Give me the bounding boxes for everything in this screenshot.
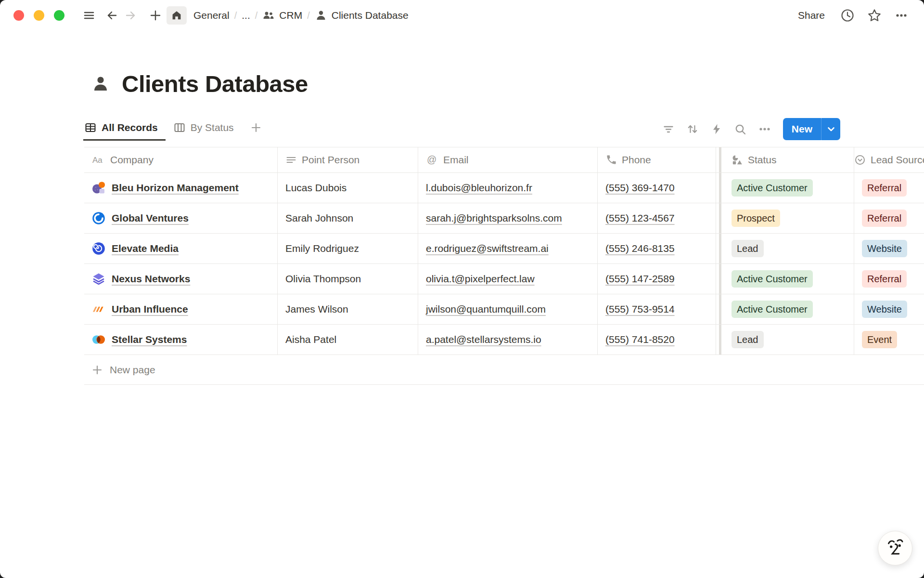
status-cell[interactable]: Active Customer <box>724 173 854 203</box>
lead-source-cell[interactable]: Referral <box>854 203 924 233</box>
more-options-icon[interactable] <box>891 6 911 25</box>
page-title[interactable]: Clients Database <box>122 70 308 97</box>
active-customer-badge[interactable]: Active Customer <box>732 301 813 318</box>
point-person-cell[interactable]: Lucas Dubois <box>278 173 418 203</box>
email-link[interactable]: jwilson@quantumquill.com <box>426 303 546 315</box>
back-icon[interactable] <box>103 6 121 25</box>
lead-badge[interactable]: Lead <box>732 240 764 257</box>
email-cell[interactable]: l.dubois@bleuhorizon.fr <box>418 173 598 203</box>
company-name-link[interactable]: Global Ventures <box>112 212 189 224</box>
email-link[interactable]: l.dubois@bleuhorizon.fr <box>426 182 532 194</box>
filter-icon[interactable] <box>659 119 678 139</box>
point-person-cell[interactable]: Olivia Thompson <box>278 264 418 294</box>
page-person-icon[interactable] <box>91 74 110 93</box>
company-name-link[interactable]: Nexus Networks <box>112 273 190 285</box>
phone-cell[interactable]: (555) 369-1470 <box>598 173 716 203</box>
breadcrumb-item[interactable]: Clients Database <box>312 8 411 23</box>
company-name-link[interactable]: Urban Influence <box>112 303 188 315</box>
sidebar-toggle-icon[interactable] <box>80 6 98 25</box>
email-cell[interactable]: olivia.t@pixelperfect.law <box>418 264 598 294</box>
phone-cell[interactable]: (555) 753-9514 <box>598 294 716 324</box>
lead-source-cell[interactable]: Website <box>854 294 924 324</box>
company-cell[interactable]: Elevate Media <box>84 234 278 263</box>
email-cell[interactable]: sarah.j@brightsparksolns.com <box>418 203 598 233</box>
status-cell[interactable]: Active Customer <box>724 294 854 324</box>
view-more-icon[interactable] <box>755 119 774 139</box>
phone-link[interactable]: (555) 753-9514 <box>605 303 675 315</box>
website-badge[interactable]: Website <box>862 240 907 257</box>
column-header-lead-source[interactable]: Lead Source <box>854 147 924 172</box>
company-cell[interactable]: Nexus Networks <box>84 264 278 294</box>
lead-source-cell[interactable]: Referral <box>854 264 924 294</box>
phone-link[interactable]: (555) 147-2589 <box>605 273 675 285</box>
point-person-cell[interactable]: James Wilson <box>278 294 418 324</box>
breadcrumb-item[interactable]: ... <box>239 9 253 22</box>
column-header-point-person[interactable]: Point Person <box>278 147 418 172</box>
lead-source-cell[interactable]: Website <box>854 234 924 263</box>
home-icon[interactable] <box>167 6 187 25</box>
phone-link[interactable]: (555) 741-8520 <box>605 334 675 345</box>
email-link[interactable]: sarah.j@brightsparksolns.com <box>426 212 562 224</box>
status-cell[interactable]: Prospect <box>724 203 854 233</box>
prospect-badge[interactable]: Prospect <box>732 210 780 227</box>
phone-link[interactable]: (555) 123-4567 <box>605 212 675 224</box>
lead-source-cell[interactable]: Referral <box>854 173 924 203</box>
active-customer-badge[interactable]: Active Customer <box>732 179 813 197</box>
company-cell[interactable]: Bleu Horizon Management <box>84 173 278 203</box>
new-page-row[interactable]: New page <box>84 355 924 385</box>
zoom-window-button[interactable] <box>54 10 64 21</box>
status-cell[interactable]: Lead <box>724 325 854 355</box>
referral-badge[interactable]: Referral <box>862 270 907 288</box>
phone-cell[interactable]: (555) 741-8520 <box>598 325 716 355</box>
phone-cell[interactable]: (555) 123-4567 <box>598 203 716 233</box>
new-record-chevron-down-icon[interactable] <box>821 118 840 140</box>
company-name-link[interactable]: Stellar Systems <box>112 334 187 345</box>
notion-ai-face-button[interactable] <box>878 531 912 565</box>
referral-badge[interactable]: Referral <box>862 210 907 227</box>
point-person-cell[interactable]: Emily Rodriguez <box>278 234 418 263</box>
new-tab-icon[interactable] <box>146 6 165 25</box>
event-badge[interactable]: Event <box>862 331 897 348</box>
tab-all-records[interactable]: All Records <box>84 118 163 141</box>
status-cell[interactable]: Active Customer <box>724 264 854 294</box>
column-header-company[interactable]: AaCompany <box>84 147 278 172</box>
email-link[interactable]: a.patel@stellarsystems.io <box>426 334 541 345</box>
company-cell[interactable]: Global Ventures <box>84 203 278 233</box>
website-badge[interactable]: Website <box>862 301 907 318</box>
email-link[interactable]: e.rodriguez@swiftstream.ai <box>426 243 549 254</box>
phone-cell[interactable]: (555) 246-8135 <box>598 234 716 263</box>
breadcrumb-item[interactable]: General <box>191 9 232 22</box>
phone-cell[interactable]: (555) 147-2589 <box>598 264 716 294</box>
new-record-button[interactable]: New <box>783 118 840 140</box>
active-customer-badge[interactable]: Active Customer <box>732 270 813 288</box>
email-cell[interactable]: a.patel@stellarsystems.io <box>418 325 598 355</box>
column-header-email[interactable]: @Email <box>418 147 598 172</box>
column-header-status[interactable]: Status <box>724 147 854 172</box>
breadcrumb-item[interactable]: CRM <box>259 8 305 23</box>
status-cell[interactable]: Lead <box>724 234 854 263</box>
company-cell[interactable]: Urban Influence <box>84 294 278 324</box>
share-button[interactable]: Share <box>792 7 831 24</box>
point-person-cell[interactable]: Aisha Patel <box>278 325 418 355</box>
phone-link[interactable]: (555) 369-1470 <box>605 182 675 194</box>
automation-lightning-icon[interactable] <box>707 119 726 139</box>
column-header-phone[interactable]: Phone <box>598 147 716 172</box>
email-cell[interactable]: e.rodriguez@swiftstream.ai <box>418 234 598 263</box>
company-name-link[interactable]: Elevate Media <box>112 243 179 254</box>
point-person-cell[interactable]: Sarah Johnson <box>278 203 418 233</box>
history-icon[interactable] <box>837 6 858 25</box>
add-view-icon[interactable] <box>249 122 265 136</box>
tab-by-status[interactable]: By Status <box>173 118 239 141</box>
company-cell[interactable]: Stellar Systems <box>84 325 278 355</box>
forward-icon[interactable] <box>121 6 140 25</box>
minimize-window-button[interactable] <box>34 10 44 21</box>
close-window-button[interactable] <box>13 10 24 21</box>
sort-icon[interactable] <box>683 119 702 139</box>
lead-source-cell[interactable]: Event <box>854 325 924 355</box>
favorite-star-icon[interactable] <box>864 6 885 25</box>
search-icon[interactable] <box>731 119 750 139</box>
email-link[interactable]: olivia.t@pixelperfect.law <box>426 273 535 285</box>
phone-link[interactable]: (555) 246-8135 <box>605 243 675 254</box>
company-name-link[interactable]: Bleu Horizon Management <box>112 182 239 194</box>
referral-badge[interactable]: Referral <box>862 179 907 197</box>
